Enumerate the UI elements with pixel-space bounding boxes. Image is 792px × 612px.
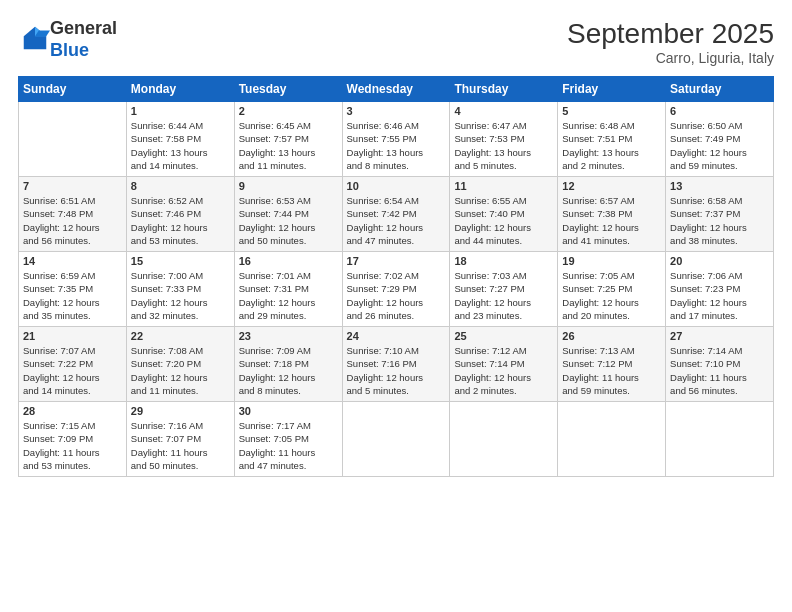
cell-date: 23 (239, 330, 338, 342)
calendar-cell (450, 402, 558, 477)
cell-info: Sunrise: 7:07 AM Sunset: 7:22 PM Dayligh… (23, 344, 122, 397)
cell-date: 25 (454, 330, 553, 342)
header: General Blue September 2025 Carro, Ligur… (18, 18, 774, 66)
cell-date: 15 (131, 255, 230, 267)
cell-date: 3 (347, 105, 446, 117)
cell-info: Sunrise: 6:46 AM Sunset: 7:55 PM Dayligh… (347, 119, 446, 172)
cell-date: 17 (347, 255, 446, 267)
cell-info: Sunrise: 6:57 AM Sunset: 7:38 PM Dayligh… (562, 194, 661, 247)
calendar-cell: 14Sunrise: 6:59 AM Sunset: 7:35 PM Dayli… (19, 252, 127, 327)
cell-info: Sunrise: 6:59 AM Sunset: 7:35 PM Dayligh… (23, 269, 122, 322)
weekday-header-monday: Monday (126, 77, 234, 102)
calendar-cell: 20Sunrise: 7:06 AM Sunset: 7:23 PM Dayli… (666, 252, 774, 327)
weekday-header-row: SundayMondayTuesdayWednesdayThursdayFrid… (19, 77, 774, 102)
cell-date: 1 (131, 105, 230, 117)
cell-info: Sunrise: 7:15 AM Sunset: 7:09 PM Dayligh… (23, 419, 122, 472)
calendar-cell: 23Sunrise: 7:09 AM Sunset: 7:18 PM Dayli… (234, 327, 342, 402)
calendar-cell: 9Sunrise: 6:53 AM Sunset: 7:44 PM Daylig… (234, 177, 342, 252)
calendar-cell: 28Sunrise: 7:15 AM Sunset: 7:09 PM Dayli… (19, 402, 127, 477)
cell-date: 27 (670, 330, 769, 342)
cell-info: Sunrise: 6:44 AM Sunset: 7:58 PM Dayligh… (131, 119, 230, 172)
weekday-header-thursday: Thursday (450, 77, 558, 102)
calendar-week-1: 1Sunrise: 6:44 AM Sunset: 7:58 PM Daylig… (19, 102, 774, 177)
cell-info: Sunrise: 7:09 AM Sunset: 7:18 PM Dayligh… (239, 344, 338, 397)
calendar-cell: 26Sunrise: 7:13 AM Sunset: 7:12 PM Dayli… (558, 327, 666, 402)
calendar-cell: 5Sunrise: 6:48 AM Sunset: 7:51 PM Daylig… (558, 102, 666, 177)
cell-info: Sunrise: 7:12 AM Sunset: 7:14 PM Dayligh… (454, 344, 553, 397)
calendar-cell (19, 102, 127, 177)
cell-date: 6 (670, 105, 769, 117)
calendar-cell: 17Sunrise: 7:02 AM Sunset: 7:29 PM Dayli… (342, 252, 450, 327)
calendar-cell: 3Sunrise: 6:46 AM Sunset: 7:55 PM Daylig… (342, 102, 450, 177)
logo-icon (20, 23, 50, 53)
cell-info: Sunrise: 6:58 AM Sunset: 7:37 PM Dayligh… (670, 194, 769, 247)
cell-info: Sunrise: 6:55 AM Sunset: 7:40 PM Dayligh… (454, 194, 553, 247)
cell-info: Sunrise: 6:53 AM Sunset: 7:44 PM Dayligh… (239, 194, 338, 247)
cell-date: 5 (562, 105, 661, 117)
cell-date: 24 (347, 330, 446, 342)
calendar-cell (666, 402, 774, 477)
cell-date: 16 (239, 255, 338, 267)
calendar-cell (558, 402, 666, 477)
cell-date: 18 (454, 255, 553, 267)
month-year: September 2025 (567, 18, 774, 50)
cell-date: 26 (562, 330, 661, 342)
cell-date: 9 (239, 180, 338, 192)
calendar-cell: 24Sunrise: 7:10 AM Sunset: 7:16 PM Dayli… (342, 327, 450, 402)
cell-date: 13 (670, 180, 769, 192)
cell-date: 19 (562, 255, 661, 267)
cell-info: Sunrise: 7:01 AM Sunset: 7:31 PM Dayligh… (239, 269, 338, 322)
weekday-header-tuesday: Tuesday (234, 77, 342, 102)
calendar-cell: 15Sunrise: 7:00 AM Sunset: 7:33 PM Dayli… (126, 252, 234, 327)
cell-date: 8 (131, 180, 230, 192)
cell-info: Sunrise: 6:52 AM Sunset: 7:46 PM Dayligh… (131, 194, 230, 247)
calendar-cell: 4Sunrise: 6:47 AM Sunset: 7:53 PM Daylig… (450, 102, 558, 177)
calendar-cell: 27Sunrise: 7:14 AM Sunset: 7:10 PM Dayli… (666, 327, 774, 402)
calendar-cell: 16Sunrise: 7:01 AM Sunset: 7:31 PM Dayli… (234, 252, 342, 327)
cell-info: Sunrise: 7:06 AM Sunset: 7:23 PM Dayligh… (670, 269, 769, 322)
calendar-cell: 10Sunrise: 6:54 AM Sunset: 7:42 PM Dayli… (342, 177, 450, 252)
logo-general: General (50, 18, 117, 38)
calendar-cell: 29Sunrise: 7:16 AM Sunset: 7:07 PM Dayli… (126, 402, 234, 477)
calendar-cell: 7Sunrise: 6:51 AM Sunset: 7:48 PM Daylig… (19, 177, 127, 252)
cell-info: Sunrise: 7:00 AM Sunset: 7:33 PM Dayligh… (131, 269, 230, 322)
calendar-cell: 8Sunrise: 6:52 AM Sunset: 7:46 PM Daylig… (126, 177, 234, 252)
logo: General Blue (18, 18, 117, 61)
cell-info: Sunrise: 7:16 AM Sunset: 7:07 PM Dayligh… (131, 419, 230, 472)
cell-info: Sunrise: 7:05 AM Sunset: 7:25 PM Dayligh… (562, 269, 661, 322)
cell-info: Sunrise: 7:08 AM Sunset: 7:20 PM Dayligh… (131, 344, 230, 397)
calendar-week-3: 14Sunrise: 6:59 AM Sunset: 7:35 PM Dayli… (19, 252, 774, 327)
calendar-week-4: 21Sunrise: 7:07 AM Sunset: 7:22 PM Dayli… (19, 327, 774, 402)
cell-info: Sunrise: 7:14 AM Sunset: 7:10 PM Dayligh… (670, 344, 769, 397)
location: Carro, Liguria, Italy (567, 50, 774, 66)
cell-info: Sunrise: 7:13 AM Sunset: 7:12 PM Dayligh… (562, 344, 661, 397)
weekday-header-wednesday: Wednesday (342, 77, 450, 102)
title-block: September 2025 Carro, Liguria, Italy (567, 18, 774, 66)
calendar-cell: 6Sunrise: 6:50 AM Sunset: 7:49 PM Daylig… (666, 102, 774, 177)
page: General Blue September 2025 Carro, Ligur… (0, 0, 792, 612)
calendar-cell: 30Sunrise: 7:17 AM Sunset: 7:05 PM Dayli… (234, 402, 342, 477)
cell-date: 21 (23, 330, 122, 342)
calendar-cell: 18Sunrise: 7:03 AM Sunset: 7:27 PM Dayli… (450, 252, 558, 327)
cell-info: Sunrise: 7:17 AM Sunset: 7:05 PM Dayligh… (239, 419, 338, 472)
weekday-header-sunday: Sunday (19, 77, 127, 102)
calendar-cell: 13Sunrise: 6:58 AM Sunset: 7:37 PM Dayli… (666, 177, 774, 252)
cell-date: 10 (347, 180, 446, 192)
cell-info: Sunrise: 6:48 AM Sunset: 7:51 PM Dayligh… (562, 119, 661, 172)
cell-info: Sunrise: 7:10 AM Sunset: 7:16 PM Dayligh… (347, 344, 446, 397)
calendar-cell: 21Sunrise: 7:07 AM Sunset: 7:22 PM Dayli… (19, 327, 127, 402)
calendar-cell: 1Sunrise: 6:44 AM Sunset: 7:58 PM Daylig… (126, 102, 234, 177)
cell-date: 4 (454, 105, 553, 117)
weekday-header-friday: Friday (558, 77, 666, 102)
cell-date: 30 (239, 405, 338, 417)
calendar-week-5: 28Sunrise: 7:15 AM Sunset: 7:09 PM Dayli… (19, 402, 774, 477)
cell-date: 28 (23, 405, 122, 417)
logo-blue: Blue (50, 40, 89, 60)
calendar-cell: 19Sunrise: 7:05 AM Sunset: 7:25 PM Dayli… (558, 252, 666, 327)
cell-date: 11 (454, 180, 553, 192)
cell-info: Sunrise: 6:54 AM Sunset: 7:42 PM Dayligh… (347, 194, 446, 247)
cell-info: Sunrise: 6:51 AM Sunset: 7:48 PM Dayligh… (23, 194, 122, 247)
cell-date: 29 (131, 405, 230, 417)
calendar-table: SundayMondayTuesdayWednesdayThursdayFrid… (18, 76, 774, 477)
weekday-header-saturday: Saturday (666, 77, 774, 102)
